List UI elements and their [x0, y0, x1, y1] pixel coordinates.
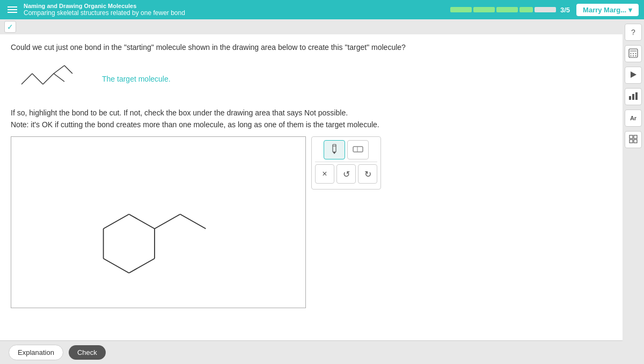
- note-prefix: Note: it's OK if cutting the bond create…: [11, 120, 379, 129]
- chevron-down-icon: ▾: [628, 6, 632, 14]
- svg-marker-27: [631, 71, 636, 78]
- svg-rect-17: [353, 147, 363, 152]
- collapse-bar: ✓: [0, 19, 623, 34]
- main-wrapper: ✓ Could we cut just one bond in the "sta…: [0, 19, 644, 364]
- collapse-button[interactable]: ✓: [4, 21, 16, 33]
- svg-point-25: [633, 55, 634, 56]
- chevron-down-icon: ✓: [7, 23, 13, 31]
- progress-seg-1: [450, 7, 472, 12]
- svg-rect-31: [630, 135, 633, 139]
- molecule-canvas-svg: [11, 137, 305, 308]
- drawing-canvas[interactable]: [11, 136, 306, 308]
- redo-icon: ↻: [364, 169, 371, 179]
- drawing-section: × ↺ ↻: [11, 136, 612, 335]
- delete-icon: ×: [322, 169, 327, 179]
- svg-rect-30: [635, 92, 638, 100]
- svg-line-9: [104, 259, 129, 273]
- instruction-text: If so, highlight the bond to be cut. If …: [11, 108, 612, 117]
- svg-rect-34: [634, 140, 637, 143]
- svg-rect-29: [632, 94, 634, 100]
- header-right: 3/5 Marry Marg... ▾: [450, 4, 639, 16]
- svg-line-13: [180, 214, 206, 229]
- svg-marker-15: [333, 152, 336, 154]
- svg-rect-20: [630, 50, 636, 52]
- ar-button[interactable]: Ar: [625, 110, 642, 127]
- right-sidebar: ?: [623, 19, 644, 364]
- svg-line-0: [21, 74, 32, 84]
- svg-line-6: [129, 214, 155, 229]
- lesson-title: Comparing skeletal structures related by…: [24, 9, 185, 17]
- molecule-preview: The target molecule.: [16, 60, 612, 98]
- svg-line-4: [54, 74, 64, 82]
- progress-seg-4: [519, 7, 533, 12]
- progress-bar: [450, 7, 556, 12]
- play-icon: [630, 71, 637, 80]
- calculator-icon: [628, 48, 638, 60]
- header-title-block: Naming and Drawing Organic Molecules Com…: [24, 3, 185, 17]
- drawing-tools: × ↺ ↻: [311, 136, 381, 335]
- svg-rect-33: [630, 140, 633, 143]
- ar-icon: Ar: [630, 115, 636, 121]
- question-area: Could we cut just one bond in the "start…: [0, 34, 623, 340]
- play-button[interactable]: [625, 67, 642, 84]
- explanation-button[interactable]: Explanation: [9, 345, 63, 360]
- calculator-button[interactable]: [625, 45, 642, 62]
- progress-count: 3/5: [560, 6, 570, 14]
- bottom-bar: Explanation Check: [0, 340, 623, 364]
- content-area: ✓ Could we cut just one bond in the "sta…: [0, 19, 623, 364]
- delete-tool[interactable]: ×: [315, 164, 334, 184]
- help-button[interactable]: ?: [625, 24, 642, 41]
- svg-line-3: [54, 65, 64, 74]
- instruction1-text: If so, highlight the bond to be cut. If …: [11, 108, 348, 117]
- tools-row-1: [315, 140, 377, 159]
- grid-icon: [629, 135, 638, 145]
- progress-container: 3/5: [450, 6, 570, 14]
- svg-line-12: [155, 214, 180, 229]
- target-molecule-label: The target molecule.: [102, 75, 171, 83]
- pencil-tool[interactable]: [324, 140, 345, 159]
- tool-separator: [315, 162, 377, 162]
- eraser-icon: [352, 144, 364, 156]
- target-molecule-svg: [16, 60, 91, 98]
- user-menu-button[interactable]: Marry Marg... ▾: [576, 4, 639, 16]
- svg-point-22: [633, 53, 634, 54]
- svg-rect-28: [629, 96, 631, 100]
- tools-row-2: × ↺ ↻: [315, 164, 377, 184]
- eraser-tool[interactable]: [347, 140, 369, 159]
- svg-point-24: [631, 55, 632, 56]
- note-text: Note: it's OK if cutting the bond create…: [11, 120, 612, 129]
- question-text: Could we cut just one bond in the "start…: [11, 43, 612, 52]
- hamburger-menu[interactable]: [5, 4, 19, 15]
- undo-icon: ↺: [343, 169, 350, 179]
- svg-point-23: [635, 53, 636, 54]
- redo-tool[interactable]: ↻: [358, 164, 377, 184]
- undo-tool[interactable]: ↺: [336, 164, 356, 184]
- svg-line-11: [104, 214, 129, 229]
- user-name: Marry Marg...: [583, 6, 626, 14]
- stats-icon: [628, 92, 638, 102]
- app-header: Naming and Drawing Organic Molecules Com…: [0, 0, 644, 19]
- stats-button[interactable]: [625, 88, 642, 105]
- svg-line-5: [64, 65, 72, 74]
- course-title: Naming and Drawing Organic Molecules: [24, 3, 185, 9]
- svg-line-8: [129, 259, 155, 273]
- svg-line-2: [43, 74, 54, 84]
- svg-line-1: [32, 74, 43, 84]
- pencil-icon: [329, 143, 340, 156]
- svg-rect-32: [634, 135, 637, 139]
- svg-rect-14: [333, 144, 336, 152]
- svg-point-21: [631, 53, 632, 54]
- progress-seg-2: [473, 7, 495, 12]
- header-left: Naming and Drawing Organic Molecules Com…: [5, 3, 185, 17]
- svg-point-26: [635, 55, 636, 56]
- progress-seg-5: [535, 7, 556, 12]
- check-button[interactable]: Check: [69, 345, 106, 360]
- tools-palette: × ↺ ↻: [311, 136, 381, 190]
- grid-button[interactable]: [625, 131, 642, 148]
- progress-seg-3: [496, 7, 518, 12]
- question-mark-icon: ?: [631, 28, 635, 37]
